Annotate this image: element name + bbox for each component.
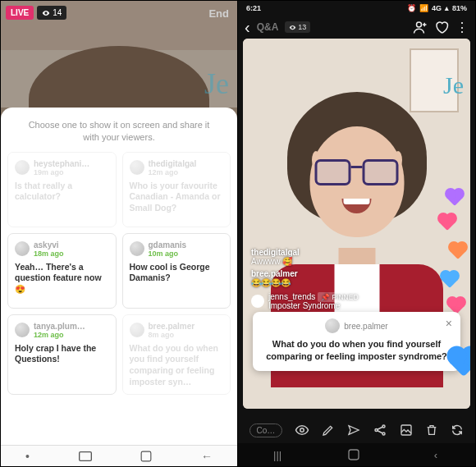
back-button[interactable]: ‹ — [427, 449, 445, 461]
back-chevron[interactable]: ‹ — [245, 18, 250, 37]
card-username: gdamanis — [149, 240, 187, 250]
comment-stream: thedigitalgalAwwww 🥰bree.palmer😂😂😂😂jenns… — [251, 248, 405, 310]
svg-point-6 — [382, 433, 385, 435]
live-toolbar: Co… — [243, 419, 470, 442]
battery-label: 81% — [452, 4, 467, 12]
card-text: Holy crap I have the Questions! — [15, 343, 109, 365]
network-label: 4G — [432, 4, 442, 12]
question-card[interactable]: bree.palmer8m agoWhat do you do when you… — [122, 314, 231, 396]
edit-icon[interactable] — [322, 424, 335, 437]
card-time: 12m ago — [149, 168, 197, 176]
share-icon[interactable] — [373, 423, 387, 437]
svg-point-4 — [375, 429, 378, 432]
svg-rect-0 — [79, 451, 91, 460]
question-card[interactable]: tanya.plum…12m agoHoly crap I have the Q… — [7, 314, 117, 396]
alarm-icon: ⏰ — [407, 4, 416, 12]
card-time: 8m ago — [149, 331, 195, 339]
android-navbar: • ← — [1, 445, 237, 466]
avatar — [15, 323, 30, 337]
questions-sheet: Choose one to show it on screen and shar… — [1, 108, 237, 466]
card-text: Who is your favourite Canadian - Amanda … — [130, 181, 224, 214]
qa-label: Q&A — [257, 21, 279, 33]
comment: thedigitalgalAwwww 🥰 — [251, 248, 405, 266]
questions-grid: heystephani…19m agoIs that really a calc… — [7, 152, 231, 396]
sheet-instruction: Choose one to show it on screen and shar… — [7, 119, 231, 152]
card-text: How cool is George Damanis? — [130, 262, 224, 284]
svg-rect-8 — [349, 450, 359, 460]
gallery-icon[interactable] — [400, 424, 413, 437]
send-icon[interactable] — [347, 424, 360, 437]
question-overlay-card: bree.palmer × What do you do when you fi… — [253, 312, 460, 371]
android-navbar: ||| ‹ — [238, 443, 475, 466]
card-time: 18m ago — [34, 250, 64, 258]
broadcast-topbar: LIVE 14 — [6, 6, 66, 20]
broadcaster-pane: Je LIVE 14 End Choose one to show it on … — [1, 1, 238, 466]
live-video: Je thedigitalgalAwwww 🥰bree.palmer😂😂😂😂je… — [243, 39, 470, 409]
card-time: 10m ago — [149, 250, 187, 258]
eye-icon — [289, 24, 296, 31]
comment: bree.palmer😂😂😂😂 — [251, 269, 405, 287]
card-text: Is that really a calculator? — [15, 181, 109, 203]
card-time: 12m ago — [34, 331, 85, 339]
viewer-count-badge: 14 — [37, 6, 66, 20]
question-card[interactable]: askyvi18m agoYeah… There's a question fe… — [7, 233, 117, 309]
flip-camera-icon[interactable] — [451, 424, 464, 437]
close-icon[interactable]: × — [446, 317, 452, 330]
live-badge: LIVE — [6, 6, 34, 20]
add-user-icon[interactable] — [413, 20, 428, 34]
svg-point-2 — [417, 22, 422, 27]
card-username: bree.palmer — [149, 322, 195, 331]
card-username: askyvi — [34, 240, 64, 250]
status-bar: 6:21 ⏰ 📶 4G ▴ 81% — [238, 1, 475, 16]
card-username: heystephani… — [34, 159, 89, 168]
nav-dot: • — [25, 450, 30, 463]
avatar — [130, 323, 144, 337]
question-card[interactable]: heystephani…19m agoIs that really a calc… — [7, 152, 117, 227]
card-text: What do you do when you find yourself co… — [130, 343, 224, 388]
card-username: thedigitalgal — [149, 159, 197, 168]
viewer-count-badge: 13 — [285, 21, 310, 33]
question-text: What do you do when you find yourself co… — [263, 338, 451, 363]
recents-button[interactable]: ||| — [268, 449, 286, 461]
card-username: tanya.plum… — [34, 322, 85, 331]
back-button[interactable]: ← — [201, 450, 213, 463]
wifi-icon: 📶 — [419, 4, 428, 12]
avatar — [15, 241, 30, 256]
question-card[interactable]: gdamanis10m agoHow cool is George Damani… — [122, 233, 231, 309]
heart-icon[interactable] — [434, 20, 449, 34]
avatar — [251, 295, 264, 308]
card-time: 19m ago — [34, 168, 89, 176]
eye-icon — [42, 9, 50, 17]
comment-pill[interactable]: Co… — [249, 424, 283, 437]
trash-icon[interactable] — [425, 424, 438, 437]
status-time: 6:21 — [246, 4, 261, 12]
question-author: bree.palmer — [344, 322, 387, 331]
avatar — [130, 160, 144, 175]
home-button[interactable] — [347, 448, 365, 461]
recents-button[interactable] — [79, 451, 92, 461]
svg-rect-1 — [141, 451, 151, 461]
viewer-pane: 6:21 ⏰ 📶 4G ▴ 81% ‹ Q&A 13 ⋮ Je — [238, 1, 475, 466]
wall-decor: Je — [204, 66, 229, 101]
card-text: Yeah… There's a question feature now 😍 — [15, 262, 109, 295]
visibility-icon[interactable] — [295, 423, 309, 437]
avatar — [15, 160, 30, 175]
home-button[interactable] — [140, 451, 152, 462]
signal-icon: ▴ — [445, 4, 449, 12]
question-card[interactable]: thedigitalgal12m agoWho is your favourit… — [122, 152, 231, 227]
more-icon[interactable]: ⋮ — [455, 20, 469, 35]
svg-point-5 — [382, 425, 385, 428]
pinned-comment: jenns_trends 📌 PINNEDImposter Syndrome — [251, 292, 405, 310]
avatar — [325, 318, 340, 333]
avatar — [130, 241, 144, 256]
live-topbar: ‹ Q&A 13 ⋮ — [238, 16, 475, 39]
svg-point-3 — [300, 428, 304, 433]
end-button[interactable]: End — [208, 7, 229, 20]
floating-hearts — [441, 187, 465, 318]
